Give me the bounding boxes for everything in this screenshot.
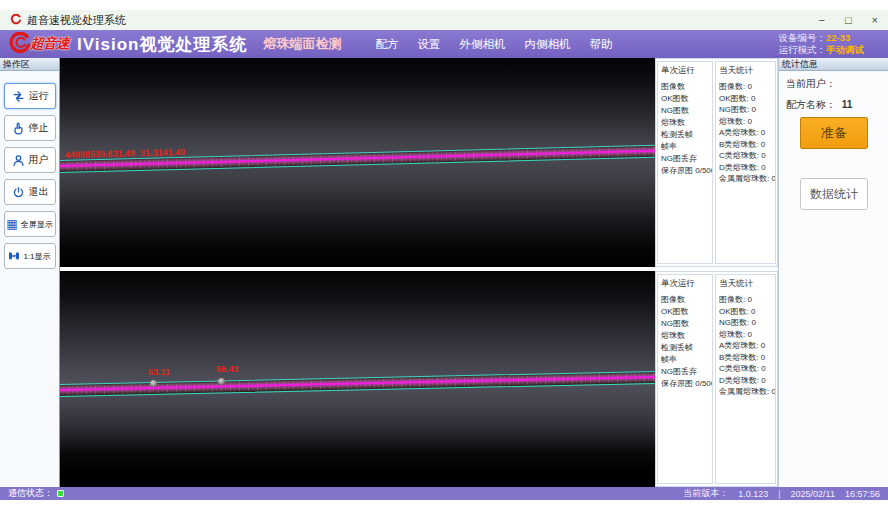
sidebar-title: 操作区 [0,58,59,71]
fullscreen-grid-icon: ▦ [6,218,17,230]
window-title: 超音速视觉处理系统 [27,13,126,28]
menu-item[interactable]: 帮助 [589,37,612,52]
stat-row: OK图数 [661,306,712,318]
stop-hand-icon [11,121,26,136]
run-button-label: 运行 [29,89,49,103]
status-bar: 通信状态： 当前版本： 1.0.123 | 2025/02/11 16:57:5… [0,487,888,500]
groupbox-title: 单次运行 [661,65,712,77]
device-id-value: 22-33 [826,32,874,45]
version-value: 1.0.123 [738,489,768,499]
user-icon [11,153,26,168]
status-time: 16:57:56 [845,489,880,499]
app-window: 超音速视觉处理系统 − □ × 超音速 IVision视觉处理系统 熔珠端面检测… [0,0,888,522]
minimize-button[interactable]: − [818,10,824,30]
app-title: IVision视觉处理系统 [77,33,247,56]
operation-sidebar: 操作区 运行 停止 [0,58,60,487]
camera-view-bottom: 53.11 56.43 [60,271,655,487]
stat-row: NG图数: 0 [719,104,775,116]
stat-row: B类熔珠数: 0 [719,352,775,364]
detected-bead [218,378,225,385]
app-header: 超音速 IVision视觉处理系统 熔珠端面检测 配方设置外侧相机内侧相机帮助 … [0,30,888,58]
stats-panel-bottom: 单次运行 图像数OK图数NG图数熔珠数检测丢帧帧率NG图丢弃保存原图 0/500… [655,271,778,487]
fullscreen-button[interactable]: ▦ 全屏显示 [4,211,56,237]
stat-row: 保存原图 0/500 [661,378,712,390]
stat-row: OK图数 [661,93,712,105]
stat-row: 保存原图 0/500 [661,165,712,177]
menu-item[interactable]: 内侧相机 [524,37,570,52]
stat-row: 金属屑熔珠数: 0 [719,173,775,185]
menu-item[interactable]: 外侧相机 [459,37,505,52]
one-to-one-icon [8,250,20,262]
stat-row: A类熔珠数: 0 [719,340,775,352]
stat-row: C类熔珠数: 0 [719,150,775,162]
stats-panel-top: 单次运行 图像数OK图数NG图数熔珠数检测丢帧帧率NG图丢弃保存原图 0/500… [655,58,778,267]
power-icon [11,185,26,200]
maximize-button[interactable]: □ [845,10,852,30]
stat-row: 检测丢帧 [661,129,712,141]
close-button[interactable]: × [872,10,878,30]
status-bar-right: 当前版本： 1.0.123 | 2025/02/11 16:57:56 [683,487,880,500]
stat-row: NG图数: 0 [719,317,775,329]
single-run-rows: 图像数OK图数NG图数熔珠数检测丢帧帧率NG图丢弃保存原图 0/500 [661,81,712,177]
comm-status-led [57,490,64,497]
exit-button[interactable]: 退出 [4,179,56,205]
current-user-label: 当前用户： [786,78,836,89]
stat-row: OK图数: 0 [719,306,775,318]
statistics-column: 单次运行 图像数OK图数NG图数熔珠数检测丢帧帧率NG图丢弃保存原图 0/500… [655,58,778,487]
stat-row: 熔珠数: 0 [719,116,775,128]
prepare-button[interactable]: 准备 [800,117,868,149]
recipe-name-value: 11 [842,99,853,110]
stat-row: A类熔珠数: 0 [719,127,775,139]
data-statistics-button[interactable]: 数据统计 [800,178,868,210]
stat-row: NG图丢弃 [661,153,712,165]
daily-stat-rows: 图像数: 0OK图数: 0NG图数: 0熔珠数: 0A类熔珠数: 0B类熔珠数:… [719,294,775,398]
stat-row: 熔珠数 [661,330,712,342]
info-panel: 统计信息 当前用户： 配方名称： 11 准备 数据统计 [778,58,888,487]
status-date: 2025/02/11 [791,489,835,499]
exit-button-label: 退出 [29,185,49,199]
bead-measurement-label: 56.43 [216,364,239,374]
sidebar-buttons: 运行 停止 用户 [0,71,59,269]
stat-row: 帧率 [661,354,712,366]
user-button[interactable]: 用户 [4,147,56,173]
daily-stat-rows: 图像数: 0OK图数: 0NG图数: 0熔珠数: 0A类熔珠数: 0B类熔珠数:… [719,81,775,185]
daily-stats-groupbox: 当天统计 图像数: 0OK图数: 0NG图数: 0熔珠数: 0A类熔珠数: 0B… [715,274,776,484]
stat-row: NG图丢弃 [661,366,712,378]
comm-status-label: 通信状态： [8,487,53,500]
stat-row: 检测丢帧 [661,342,712,354]
window-controls: − □ × [818,10,878,30]
stat-row: 熔珠数 [661,117,712,129]
stop-button[interactable]: 停止 [4,115,56,141]
run-mode-label: 运行模式： [779,44,827,57]
info-panel-title: 统计信息 [779,58,888,71]
stop-button-label: 停止 [29,121,49,135]
single-run-groupbox: 单次运行 图像数OK图数NG图数熔珠数检测丢帧帧率NG图丢弃保存原图 0/500 [657,61,713,264]
detected-bead [150,380,157,387]
stat-row: 图像数: 0 [719,81,775,93]
one-to-one-button[interactable]: 1:1显示 [4,243,56,269]
camera-view-top: 44988539.831.49 31.3141.49 [60,58,655,267]
brand-name: 超音速 [30,35,69,53]
fullscreen-button-label: 全屏显示 [21,219,53,230]
menu-item[interactable]: 配方 [375,37,398,52]
user-button-label: 用户 [29,153,49,167]
menu-bar: 配方设置外侧相机内侧相机帮助 [375,37,612,52]
brand-logo: 超音速 [8,32,69,56]
run-button[interactable]: 运行 [4,83,56,109]
groupbox-title: 单次运行 [661,278,712,290]
device-id-label: 设备编号： [779,32,827,45]
recipe-name-label: 配方名称： [786,99,836,110]
stat-row: 图像数: 0 [719,294,775,306]
app-favicon-icon [10,14,22,26]
groupbox-title: 当天统计 [719,278,775,290]
menu-item[interactable]: 设置 [417,37,440,52]
stat-row: 金属屑熔珠数: 0 [719,386,775,398]
daily-stats-groupbox: 当天统计 图像数: 0OK图数: 0NG图数: 0熔珠数: 0A类熔珠数: 0B… [715,61,776,264]
run-mode-value: 手动调试 [826,44,874,57]
single-run-groupbox: 单次运行 图像数OK图数NG图数熔珠数检测丢帧帧率NG图丢弃保存原图 0/500 [657,274,713,484]
stat-row: D类熔珠数: 0 [719,375,775,387]
stat-row: NG图数 [661,105,712,117]
bead-measurement-label: 53.11 [148,367,170,377]
stat-row: 熔珠数: 0 [719,329,775,341]
stat-row: 帧率 [661,141,712,153]
